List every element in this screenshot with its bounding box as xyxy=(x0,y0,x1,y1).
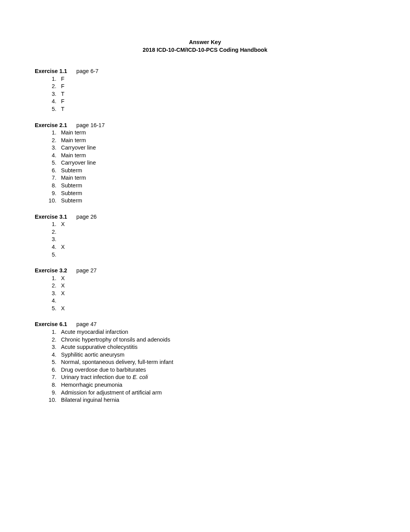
exercise-header: Exercise 6.1page 47 xyxy=(35,321,375,328)
exercise-header: Exercise 3.2page 27 xyxy=(35,267,375,275)
answer-text xyxy=(61,236,63,243)
exercise-block: Exercise 1.1page 6-7FFTFT xyxy=(35,68,375,113)
answer-text: Subterm xyxy=(61,190,82,197)
list-item xyxy=(58,251,375,259)
answer-text: Syphilitic aortic aneurysm xyxy=(61,351,124,359)
list-item: Carryover line xyxy=(58,159,375,167)
list-item: Subterm xyxy=(58,197,375,205)
answer-text: X xyxy=(61,305,65,313)
answer-text: Subterm xyxy=(61,167,82,175)
exercise-header: Exercise 1.1page 6-7 xyxy=(35,68,375,75)
exercise-block: Exercise 3.2page 27XXX X xyxy=(35,267,375,312)
answer-list: FFTFT xyxy=(35,75,375,113)
answer-text: F xyxy=(61,75,64,83)
list-item: Drug overdose due to barbiturates xyxy=(58,366,375,374)
answer-text: X xyxy=(61,243,65,251)
list-item: F xyxy=(58,98,375,105)
exercise-label: Exercise 2.1 xyxy=(35,122,67,128)
answer-text: Admission for adjustment of artificial a… xyxy=(61,389,162,397)
answer-text: Drug overdose due to barbiturates xyxy=(61,366,146,374)
list-item: Admission for adjustment of artificial a… xyxy=(58,389,375,397)
exercise-page: page 16-17 xyxy=(76,122,105,128)
list-item xyxy=(58,236,375,243)
title-line-2: 2018 ICD-10-CM/ICD-10-PCS Coding Handboo… xyxy=(35,46,375,54)
list-item: Main term xyxy=(58,174,375,182)
list-item: Acute suppurative cholecystitis xyxy=(58,343,375,351)
list-item xyxy=(58,228,375,236)
answer-text: X xyxy=(61,221,65,228)
exercise-block: Exercise 2.1page 16-17Main termMain term… xyxy=(35,122,375,205)
answer-text xyxy=(61,251,63,259)
answer-text: T xyxy=(61,90,64,98)
exercise-block: Exercise 3.1page 26X X xyxy=(35,213,375,258)
list-item: Subterm xyxy=(58,182,375,190)
list-item: F xyxy=(58,83,375,90)
list-item: X xyxy=(58,275,375,282)
exercise-header: Exercise 2.1page 16-17 xyxy=(35,122,375,129)
list-item: X xyxy=(58,282,375,290)
list-item: Bilateral inguinal hernia xyxy=(58,396,375,404)
answer-text: Main term xyxy=(61,152,86,160)
exercise-block: Exercise 6.1page 47Acute myocardial infa… xyxy=(35,321,375,404)
list-item: X xyxy=(58,290,375,297)
list-item: Main term xyxy=(58,129,375,137)
answer-text: Chronic hypertrophy of tonsils and adeno… xyxy=(61,336,170,344)
answer-text: X xyxy=(61,282,65,290)
list-item: X xyxy=(58,243,375,251)
answer-text xyxy=(61,297,63,305)
answer-list: X X xyxy=(35,221,375,258)
list-item: T xyxy=(58,105,375,113)
list-item: T xyxy=(58,90,375,98)
answer-text: F xyxy=(61,98,64,105)
list-item: Syphilitic aortic aneurysm xyxy=(58,351,375,359)
answer-text xyxy=(61,228,63,236)
answer-italic: E. coli xyxy=(132,374,148,380)
exercise-page: page 26 xyxy=(76,214,97,220)
list-item: Main term xyxy=(58,152,375,160)
answer-text: X xyxy=(61,290,65,297)
document-title: Answer Key 2018 ICD-10-CM/ICD-10-PCS Cod… xyxy=(35,39,375,54)
answer-text: Acute myocardial infarction xyxy=(61,328,128,336)
answer-text: Hemorrhagic pneumonia xyxy=(61,381,122,389)
answer-text: Subterm xyxy=(61,182,82,190)
exercise-label: Exercise 1.1 xyxy=(35,68,67,74)
exercise-label: Exercise 3.2 xyxy=(35,267,67,274)
answer-text: F xyxy=(61,83,64,90)
exercise-page: page 6-7 xyxy=(76,68,98,74)
answer-list: Main termMain termCarryover lineMain ter… xyxy=(35,129,375,205)
exercise-page: page 27 xyxy=(76,267,97,274)
list-item: F xyxy=(58,75,375,83)
answer-text: Bilateral inguinal hernia xyxy=(61,396,119,404)
exercise-header: Exercise 3.1page 26 xyxy=(35,213,375,221)
answer-text: T xyxy=(61,105,64,113)
answer-prefix: Urinary tract infection due to xyxy=(61,374,132,380)
list-item: Normal, spontaneous delivery, full-term … xyxy=(58,359,375,366)
list-item: X xyxy=(58,221,375,228)
list-item: Subterm xyxy=(58,190,375,197)
list-item: Chronic hypertrophy of tonsils and adeno… xyxy=(58,336,375,344)
answer-text: Carryover line xyxy=(61,159,96,167)
list-item: X xyxy=(58,305,375,313)
list-item: Hemorrhagic pneumonia xyxy=(58,381,375,389)
exercise-label: Exercise 6.1 xyxy=(35,321,67,327)
list-item: Main term xyxy=(58,137,375,144)
list-item: Carryover line xyxy=(58,144,375,152)
exercise-label: Exercise 3.1 xyxy=(35,214,67,220)
answer-text: Acute suppurative cholecystitis xyxy=(61,343,137,351)
list-item: Urinary tract infection due to E. coli xyxy=(58,374,375,381)
answer-text: Subterm xyxy=(61,197,82,205)
answer-text: Main term xyxy=(61,174,86,182)
answer-text: Urinary tract infection due to E. coli xyxy=(61,374,148,381)
answer-text: Main term xyxy=(61,137,86,144)
answer-list: Acute myocardial infarctionChronic hyper… xyxy=(35,328,375,404)
answer-text: Carryover line xyxy=(61,144,96,152)
answer-text: Normal, spontaneous delivery, full-term … xyxy=(61,359,173,366)
answer-text: Main term xyxy=(61,129,86,137)
title-line-1: Answer Key xyxy=(35,39,375,46)
list-item xyxy=(58,297,375,305)
list-item: Acute myocardial infarction xyxy=(58,328,375,336)
answer-text: X xyxy=(61,275,65,282)
list-item: Subterm xyxy=(58,167,375,175)
answer-list: XXX X xyxy=(35,275,375,313)
exercise-page: page 47 xyxy=(76,321,97,327)
